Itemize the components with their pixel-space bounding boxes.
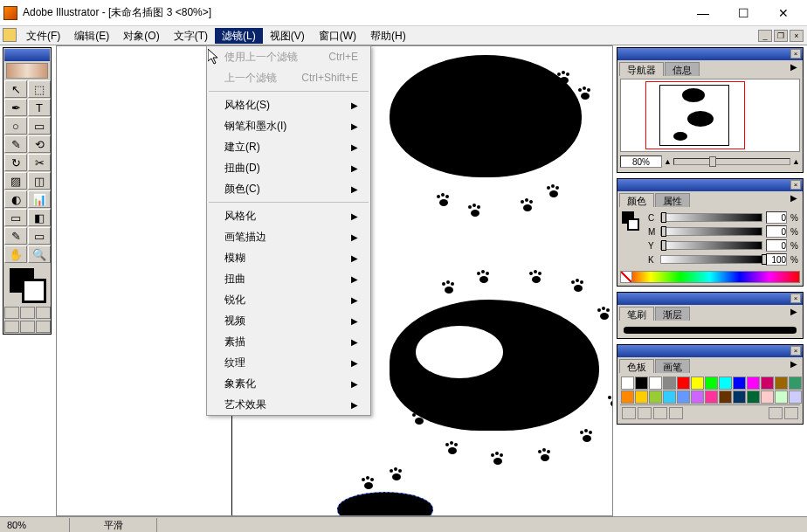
swatch[interactable] <box>747 390 760 404</box>
menu-item[interactable]: 纹理▶ <box>207 352 370 373</box>
swatch[interactable] <box>775 377 788 390</box>
swatch-show-pattern-icon[interactable] <box>669 407 683 419</box>
menu-item[interactable]: 扭曲▶ <box>207 268 370 289</box>
color-value-input[interactable] <box>766 225 787 238</box>
swatch[interactable] <box>635 377 648 390</box>
swatch[interactable] <box>775 390 788 404</box>
swatch[interactable] <box>747 377 760 390</box>
tool-10[interactable]: ▨ <box>4 172 27 190</box>
swatch-show-gradient-icon[interactable] <box>653 407 667 419</box>
zoom-input[interactable] <box>620 155 662 168</box>
panel-close-icon[interactable]: × <box>790 49 801 59</box>
tab-gradient[interactable]: 渐层 <box>655 307 690 321</box>
color-mode-gradient[interactable] <box>20 307 35 319</box>
tool-8[interactable]: ↻ <box>4 154 27 171</box>
tab-brushes[interactable]: 画笔 <box>655 359 690 373</box>
menu-item[interactable]: 画笔描边▶ <box>207 226 370 247</box>
panel-menu-icon[interactable]: ▶ <box>790 193 801 207</box>
status-tool[interactable]: 平滑 <box>70 518 157 532</box>
panel-close-icon[interactable]: × <box>790 294 801 303</box>
menu-item[interactable]: 素描▶ <box>207 331 370 352</box>
status-zoom[interactable]: 80% <box>0 518 70 532</box>
color-spectrum[interactable] <box>620 271 800 283</box>
swatch[interactable] <box>663 377 676 390</box>
maximize-button[interactable]: ☐ <box>723 0 763 26</box>
tool-16[interactable]: ✎ <box>4 227 27 245</box>
color-slider-c[interactable]: C% <box>648 211 798 224</box>
color-slider-y[interactable]: Y% <box>648 239 798 252</box>
menu-item[interactable]: 颜色(C)▶ <box>207 178 370 199</box>
color-slider-k[interactable]: K% <box>648 253 798 266</box>
swatch[interactable] <box>663 390 676 404</box>
menu-item[interactable]: 锐化▶ <box>207 289 370 310</box>
tool-18[interactable]: ✋ <box>4 245 27 263</box>
swatch-show-color-icon[interactable] <box>638 407 652 419</box>
swatch[interactable] <box>691 377 704 390</box>
panel-header[interactable]: × <box>617 293 803 305</box>
screen-mode-full-menu[interactable] <box>20 321 35 333</box>
menu-item[interactable]: 钢笔和墨水(I)▶ <box>207 115 370 136</box>
zoom-slider[interactable] <box>673 158 790 165</box>
tool-1[interactable]: ⬚ <box>28 80 51 98</box>
screen-mode-full[interactable] <box>36 321 51 333</box>
tool-17[interactable]: ▭ <box>28 227 51 245</box>
tool-7[interactable]: ⟲ <box>28 135 51 153</box>
menu-item[interactable]: 风格化(S)▶ <box>207 94 370 115</box>
panel-menu-icon[interactable]: ▶ <box>790 359 801 373</box>
swatch[interactable] <box>789 390 802 404</box>
swatch[interactable] <box>677 377 690 390</box>
tool-2[interactable]: ✒ <box>4 99 27 116</box>
color-slider-m[interactable]: M% <box>648 225 798 238</box>
swatch[interactable] <box>649 390 662 404</box>
mdi-restore[interactable]: ❐ <box>774 30 788 42</box>
menu-item[interactable]: 象素化▶ <box>207 373 370 394</box>
panel-header[interactable]: × <box>617 48 803 60</box>
tool-6[interactable]: ✎ <box>4 135 27 153</box>
menu-item[interactable]: 模糊▶ <box>207 247 370 268</box>
swatch[interactable] <box>719 390 732 404</box>
swatch[interactable] <box>635 390 648 404</box>
color-value-input[interactable] <box>766 239 787 252</box>
swatch[interactable] <box>733 377 746 390</box>
zoom-in-icon[interactable]: ▲ <box>792 157 800 166</box>
minimize-button[interactable]: — <box>683 0 723 26</box>
screen-mode-standard[interactable] <box>4 321 19 333</box>
swatch[interactable] <box>761 390 774 404</box>
tool-14[interactable]: ▭ <box>4 209 27 226</box>
tool-5[interactable]: ▭ <box>28 117 51 135</box>
tool-12[interactable]: ◐ <box>4 190 27 208</box>
tab-attributes[interactable]: 属性 <box>655 193 690 207</box>
menu-window[interactable]: 窗口(W) <box>312 28 363 44</box>
tool-19[interactable]: 🔍 <box>28 245 51 263</box>
toolbox-header[interactable] <box>4 49 50 61</box>
menu-item[interactable]: 视频▶ <box>207 310 370 331</box>
swatch[interactable] <box>789 377 802 390</box>
tool-11[interactable]: ◫ <box>28 172 51 190</box>
tab-swatches[interactable]: 色板 <box>619 359 654 373</box>
panel-close-icon[interactable]: × <box>790 346 801 356</box>
swatch[interactable] <box>649 377 662 390</box>
tool-0[interactable]: ↖ <box>4 80 27 98</box>
fill-stroke-control[interactable] <box>4 266 50 305</box>
panel-header[interactable]: × <box>617 179 803 191</box>
menu-object[interactable]: 对象(O) <box>116 28 166 44</box>
fill-stroke-mini[interactable] <box>620 210 643 248</box>
panel-header[interactable]: × <box>617 345 803 357</box>
menu-view[interactable]: 视图(V) <box>263 28 312 44</box>
menu-file[interactable]: 文件(F) <box>19 28 67 44</box>
tool-4[interactable]: ○ <box>4 117 27 135</box>
swatch-new-icon[interactable] <box>769 407 783 419</box>
swatch-show-all-icon[interactable] <box>622 407 636 419</box>
swatch[interactable] <box>719 377 732 390</box>
tool-3[interactable]: T <box>28 99 51 116</box>
tab-navigator[interactable]: 导航器 <box>619 62 664 76</box>
none-color-icon[interactable] <box>620 271 632 283</box>
panel-menu-icon[interactable]: ▶ <box>790 62 801 76</box>
close-button[interactable]: ✕ <box>763 0 804 26</box>
menu-item[interactable]: 艺术效果▶ <box>207 394 370 415</box>
menu-filter[interactable]: 滤镜(L) <box>215 28 263 44</box>
navigator-preview[interactable] <box>620 79 800 152</box>
menu-item[interactable]: 风格化▶ <box>207 205 370 226</box>
swatch[interactable] <box>621 377 634 390</box>
color-mode-solid[interactable] <box>4 307 19 319</box>
